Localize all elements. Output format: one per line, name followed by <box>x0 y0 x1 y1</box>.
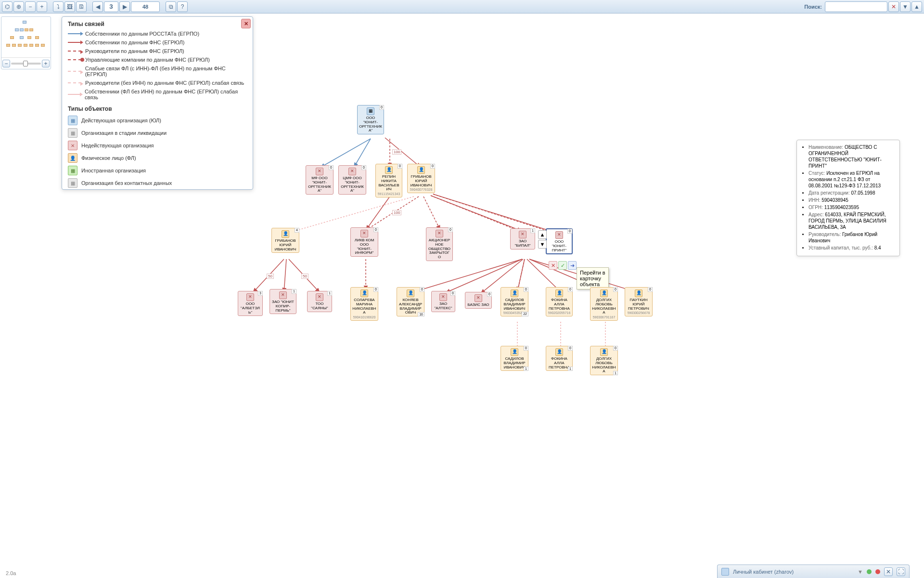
inactive-icon: ✕ <box>436 230 443 237</box>
tooltip: Перейти в карточку объекта <box>577 267 609 289</box>
inactive-icon: ✕ <box>475 294 482 302</box>
person-icon: 👤 <box>600 348 608 356</box>
delete-icon[interactable]: ✕ <box>549 261 557 270</box>
page-input[interactable] <box>104 1 118 12</box>
node-cmf[interactable]: 0 ✕ ЦМФ ООО "ЮНИТ-ОРГТЕХНИКА" <box>338 165 366 195</box>
status-green-icon <box>867 569 872 574</box>
node-likvkom[interactable]: 0 ✕ ЛИКВ КОМ ООО "ЮНИТ-ИНФОРМ" <box>350 227 378 257</box>
inactive-icon: ✕ <box>279 291 287 299</box>
inactive-icon: ✕ <box>246 293 254 301</box>
person-icon: 👤 <box>417 166 425 174</box>
inactive-icon: ✕ <box>360 230 368 237</box>
node-bipal[interactable]: 1 ✕ ЗАО "БИПАЛ" <box>510 228 535 250</box>
node-sadilov[interactable]: 0 👤 САДИЛОВ ВЛАДИМИР ИВАНОВИЧ 5903045352… <box>500 287 528 316</box>
person-icon: 👤 <box>511 289 518 297</box>
node-mf[interactable]: 0 ✕ МФ ООО "ЮНИТ-ОРГТЕХНИКА" <box>306 165 334 195</box>
prev-icon[interactable]: ◀ <box>92 1 103 12</box>
layout-icon[interactable]: ⤵ <box>53 1 64 12</box>
node-ao[interactable]: 0 ✕ АКЦИОНЕРНОЕ ОБЩЕСТВО ЗАКРЫТОГО <box>426 227 453 261</box>
footer-bar: Личный кабинет (zharov) ▼ ✕ ⛶ <box>717 565 910 578</box>
node-solareva[interactable]: 0 👤 СОЛАРЕВА МАРИНА НИКОЛАЕВНА 590410190… <box>350 287 378 321</box>
node-gribanov2[interactable]: 4 👤 ГРИБАНОВ ЮРИЙ ИВАНОВИЧ <box>271 228 299 253</box>
tree-icon[interactable]: ⌬ <box>2 1 13 12</box>
person-icon: 👤 <box>555 348 563 356</box>
inactive-icon: ✕ <box>316 293 323 301</box>
person-icon: 👤 <box>555 289 563 297</box>
person-icon: 👤 <box>385 166 393 174</box>
help-icon[interactable]: ? <box>177 1 188 12</box>
person-icon: 👤 <box>511 348 518 356</box>
image2-icon[interactable]: 🖻 <box>76 1 87 12</box>
person-icon: 👤 <box>600 289 608 297</box>
svg-line-6 <box>431 196 522 231</box>
inactive-icon: ✕ <box>439 293 447 301</box>
search-clear-icon[interactable]: ✕ <box>888 1 899 12</box>
org-icon: ▦ <box>367 107 374 115</box>
node-root[interactable]: 0 ▦ ООО "ЮНИТ-ОРГТЕХНИКА" <box>357 105 384 134</box>
filter-up-icon[interactable]: ▲ <box>911 1 922 12</box>
inactive-icon: ✕ <box>316 168 323 175</box>
search-input[interactable] <box>825 1 887 12</box>
svg-line-8 <box>433 194 556 233</box>
person-icon: 👤 <box>282 230 289 238</box>
goto-card-icon[interactable]: ➜ <box>568 261 577 270</box>
next-icon[interactable]: ▶ <box>119 1 130 12</box>
node-sadilov2[interactable]: 0 👤 САДИЛОВ ВЛАДИМИР ИВАНОВИЧ 1 <box>500 346 528 371</box>
person-icon: 👤 <box>635 289 642 297</box>
expand-down-icon[interactable]: ▼ <box>538 240 547 249</box>
node-repin[interactable]: 0 👤 РЕПИН НИКИТА ВАСИЛЬЕВИЧ 591115421343 <box>375 164 402 197</box>
fullscreen-icon[interactable]: ⛶ <box>897 567 905 576</box>
inactive-icon: ✕ <box>519 231 526 238</box>
close-footer-icon[interactable]: ✕ <box>884 567 893 576</box>
counter-display: 48 <box>131 1 160 12</box>
person-icon: 👤 <box>360 289 368 297</box>
svg-line-3 <box>385 138 421 168</box>
user-icon <box>721 568 729 576</box>
svg-line-0 <box>320 139 371 168</box>
svg-line-1 <box>354 139 371 168</box>
status-red-icon <box>875 569 880 574</box>
svg-line-5 <box>424 197 440 230</box>
user-menu[interactable]: Личный кабинет (zharov) <box>733 569 854 575</box>
svg-line-11 <box>366 197 390 230</box>
person-icon: 👤 <box>407 289 414 297</box>
graph-canvas[interactable]: 100 100 50 50 0 ▦ ООО "ЮНИТ-ОРГТЕХНИКА" … <box>0 13 924 578</box>
node-bazis[interactable]: 0 ✕ БАЗИС ЗАО <box>465 292 492 309</box>
node-kopir[interactable]: 1 ✕ ЗАО "ЮНИТ КОПИР-ПЕРМЬ" <box>270 289 296 314</box>
inactive-icon: ✕ <box>348 168 356 175</box>
node-alteks[interactable]: 0 ✕ ЗАО "АЛТЕКС" <box>431 291 455 312</box>
node-fokina2[interactable]: 0 👤 ФОКИНА АЛЛА ПЕТРОВНА 1 <box>546 346 573 371</box>
image-icon[interactable]: 🖼 <box>64 1 75 12</box>
edge-label: 50 <box>267 274 274 279</box>
edge-label: 50 <box>301 274 308 279</box>
filter-down-icon[interactable]: ▼ <box>900 1 911 12</box>
confirm-icon[interactable]: ✓ <box>558 261 567 270</box>
popout-icon[interactable]: ⧉ <box>166 1 176 12</box>
node-print[interactable]: 0 ✕ ООО "ЮНИТ-ПРИНТ" <box>546 228 573 254</box>
plus-icon[interactable]: + <box>37 1 47 12</box>
node-fokina[interactable]: 0 👤 ФОКИНА АЛЛА ПЕТРОВНА 590202055716 <box>546 287 573 316</box>
node-dolgih2[interactable]: 0 👤 ДОЛГИХ ЛЮБОВЬ НИКОЛАЕВНА 1 <box>590 346 618 375</box>
expand-up-icon[interactable]: ▲ <box>538 230 547 239</box>
inactive-icon: ✕ <box>555 231 563 239</box>
toolbar: ⌬ ⊕ − + ⤵ 🖼 🖻 ◀ ▶ 48 ⧉ ? Поиск: ✕ ▼ ▲ <box>0 0 924 13</box>
search-label: Поиск: <box>804 4 822 10</box>
node-sayany[interactable]: 1 ✕ ТОО "САЯНЫ" <box>307 291 332 312</box>
node-dolgih[interactable]: 0 👤 ДОЛГИХ ЛЮБОВЬ НИКОЛАЕВНА 59030679116… <box>590 287 618 321</box>
svg-line-13 <box>284 259 286 293</box>
edge-label: 100 <box>392 210 401 215</box>
expand-icon[interactable]: ⊕ <box>13 1 24 12</box>
node-konyaev[interactable]: 0 👤 КОНЯЕВ АЛЕКСАНДР ВЛАДИМИРОВИЧ 16 <box>397 287 424 316</box>
node-albetel[interactable]: 3 ✕ ООО "АЛБЕТЭЛЬ" <box>238 291 263 316</box>
edge-label: 100 <box>392 149 401 155</box>
info-panel: Наименование: ОБЩЕСТВО С ОГРАНИЧЕННОЙ ОТ… <box>796 140 900 256</box>
node-gribanov[interactable]: 0 👤 ГРИБАНОВ ЮРИЙ ИВАНОВИЧ 590400776328 <box>407 164 435 193</box>
minus-icon[interactable]: − <box>25 1 36 12</box>
node-pautkin[interactable]: 0 👤 ПАУТКИН ЮРИЙ ПЕТРОВИЧ 590300256678 <box>625 287 653 316</box>
version-label: 2.0a <box>6 570 16 576</box>
